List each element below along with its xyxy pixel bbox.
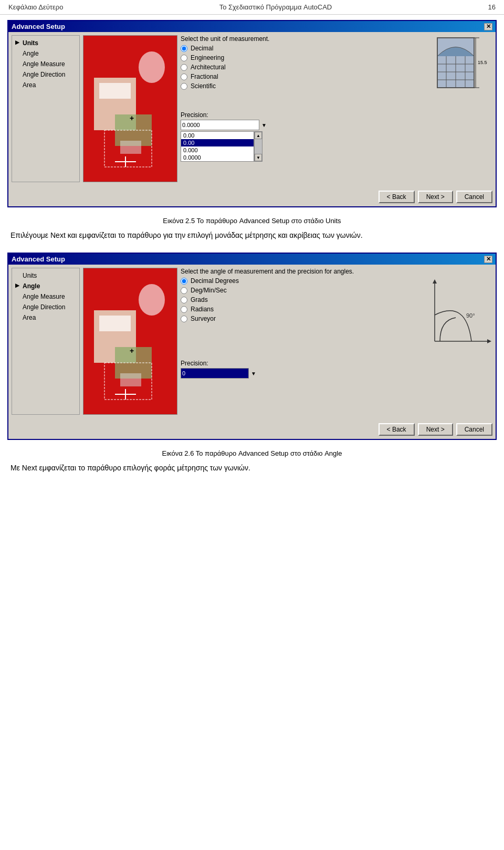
page-number: 16 [488,3,496,11]
back-button-units[interactable]: < Back [379,191,415,203]
options-panel-angle: Select the angle of measurement and the … [181,268,492,415]
nav-item-area-1[interactable]: Area [14,80,77,90]
svg-point-7 [139,51,165,83]
nav-item-anglemeasure-1[interactable]: Angle Measure [14,59,77,69]
radio-engineering[interactable]: Engineering [181,54,429,61]
radio-radians[interactable]: Radians [181,306,419,313]
radio-decimal[interactable]: Decimal [181,45,429,52]
precision-label-angle: Precision: [181,360,492,367]
close-button-units[interactable]: ✕ [484,23,492,30]
svg-rect-2 [99,83,131,99]
window-illustration: 15.5000 [435,35,487,103]
nav-panel-units: Units Angle Angle Measure Angle Directio… [12,35,80,182]
page-title: Το Σχεδιαστικό Πρόγραμμα AutoCAD [219,3,332,11]
precision-section-angle: Precision: ▼ [181,360,492,379]
caption-angle: Εικόνα 2.6 Το παράθυρο Advanced Setup στ… [10,445,494,459]
radio-group-angle: Decimal Degrees Deg/Min/Sec Grads Radian… [181,277,419,322]
svg-rect-23 [99,316,131,331]
scroll-up-btn[interactable]: ▲ [255,132,262,139]
instruction-text-units: Select the unit of measurement. [181,35,429,43]
caption-units: Εικόνα 2.5 Το παράθυρο Advanced Setup στ… [10,213,494,227]
dialog-body-angle: Units Angle Angle Measure Angle Directio… [8,265,496,418]
radio-grads[interactable]: Grads [181,296,419,303]
radio-fractional[interactable]: Fractional [181,73,429,80]
instruction-text-angle: Select the angle of measurement and the … [181,268,419,275]
radio-group-units: Decimal Engineering Architectural Fracti… [181,45,429,90]
radio-scientific[interactable]: Scientific [181,82,429,90]
nav-item-units-1[interactable]: Units [14,38,77,48]
listbox-item-2[interactable]: 0.00 [181,139,254,146]
section1-text: Εικόνα 2.5 Το παράθυρο Advanced Setup στ… [0,207,504,249]
precision-input-angle[interactable] [181,368,249,379]
svg-text:+: + [130,347,134,355]
dialog-buttons-units: < Back Next > Cancel [8,187,496,206]
scroll-down-btn[interactable]: ▼ [255,154,262,161]
preview-area-units: + [83,35,177,182]
next-button-units[interactable]: Next > [418,191,453,203]
nav-item-units-2[interactable]: Units [14,270,77,281]
precision-select-units[interactable]: 0.0000 [181,120,259,130]
dialog-angle: Advanced Setup ✕ Units Angle Angle Measu… [7,253,497,440]
nav-item-angle-2[interactable]: Angle [14,281,77,291]
nav-item-angle-1[interactable]: Angle [14,48,77,59]
nav-panel-angle: Units Angle Angle Measure Angle Directio… [12,268,80,415]
nav-item-anglemeasure-2[interactable]: Angle Measure [14,291,77,302]
svg-text:15.5000: 15.5000 [478,60,487,65]
nav-item-angledirection-1[interactable]: Angle Direction [14,69,77,80]
dialog-titlebar-units: Advanced Setup ✕ [8,21,496,32]
body-text-units: Επιλέγουμε Next και εμφανίζεται το παράθ… [10,227,494,244]
radio-degminsec[interactable]: Deg/Min/Sec [181,287,419,294]
dialog-units: Advanced Setup ✕ Units Angle Angle Measu… [7,20,497,207]
back-button-angle[interactable]: < Back [379,423,415,436]
dialog-body-units: Units Angle Angle Measure Angle Directio… [8,32,496,185]
listbox-scrollbar-units[interactable]: ▲ ▼ [254,131,262,162]
svg-text:90°: 90° [466,312,475,319]
chapter-label: Κεφάλαιο Δεύτερο [8,3,63,11]
precision-label-units: Precision: [181,111,492,119]
svg-text:+: + [130,114,134,122]
dialog-title-units: Advanced Setup [12,23,65,30]
listbox-item-4[interactable]: 0.0000 [181,154,254,161]
svg-rect-30 [120,373,141,386]
next-button-angle[interactable]: Next > [418,423,453,436]
svg-marker-33 [487,339,491,343]
cancel-button-units[interactable]: Cancel [456,191,492,203]
nav-item-angledirection-2[interactable]: Angle Direction [14,302,77,312]
page-header: Κεφάλαιο Δεύτερο Το Σχεδιαστικό Πρόγραμμ… [0,0,504,15]
radio-surveyor[interactable]: Surveyor [181,315,419,322]
dialog-buttons-angle: < Back Next > Cancel [8,420,496,439]
dialog-titlebar-angle: Advanced Setup ✕ [8,254,496,265]
svg-rect-9 [120,141,141,154]
options-panel-units: Select the unit of measurement. Decimal … [181,35,492,182]
radio-architectural[interactable]: Architectural [181,64,429,71]
cancel-button-angle[interactable]: Cancel [456,423,492,436]
listbox-item-1[interactable]: 0.00 [181,132,254,139]
precision-section-units: Precision: 0.0000 ▼ 0.00 0.00 0.000 0.00… [181,111,492,162]
preview-area-angle: + [83,268,177,415]
precision-listbox-units[interactable]: 0.00 0.00 0.000 0.0000 ▲ ▼ [181,131,492,162]
listbox-item-3[interactable]: 0.000 [181,146,254,154]
section2-text: Εικόνα 2.6 Το παράθυρο Advanced Setup στ… [0,440,504,482]
angle-diagram: 90° [424,268,492,353]
radio-decimal-degrees[interactable]: Decimal Degrees [181,277,419,285]
scroll-track [255,139,262,154]
close-button-angle[interactable]: ✕ [484,256,492,263]
svg-marker-34 [433,279,437,284]
body-text-angle: Με Next εμφανίζεται το παράθυρο επιλογής… [10,459,494,477]
dialog-title-angle: Advanced Setup [12,255,65,263]
nav-item-area-2[interactable]: Area [14,312,77,323]
svg-point-28 [139,284,165,316]
